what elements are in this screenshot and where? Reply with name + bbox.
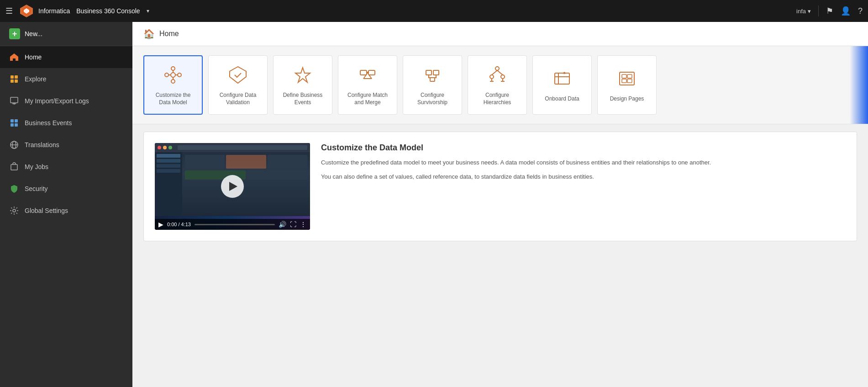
global-settings-icon bbox=[9, 206, 19, 216]
svg-point-19 bbox=[165, 73, 168, 77]
flag-icon[interactable]: ⚑ bbox=[826, 6, 833, 16]
video-controls: ▶ 0:00 / 4:13 🔊 ⛶ ⋮ bbox=[155, 219, 310, 230]
card-label-events: Define Business Events bbox=[279, 92, 326, 106]
translations-icon bbox=[9, 140, 19, 150]
svg-point-32 bbox=[490, 75, 494, 79]
user-name: infa bbox=[796, 8, 806, 15]
svg-point-16 bbox=[13, 209, 16, 212]
card-label-hierarchies: Configure Hierarchies bbox=[473, 92, 521, 106]
sidebar-item-business-events[interactable]: Business Events bbox=[0, 112, 132, 134]
brand-name: Informatica bbox=[38, 7, 70, 15]
home-breadcrumb-icon: 🏠 bbox=[143, 28, 155, 39]
sidebar: + New... Home Explore bbox=[0, 22, 132, 387]
svg-point-33 bbox=[501, 75, 505, 79]
svg-point-21 bbox=[171, 80, 175, 83]
video-time: 0:00 / 4:13 bbox=[167, 222, 191, 227]
card-configure-match-merge[interactable]: Configure Match and Merge bbox=[338, 55, 397, 115]
video-play-overlay[interactable] bbox=[155, 143, 310, 230]
sidebar-item-security[interactable]: Security bbox=[0, 178, 132, 200]
sidebar-item-import-export[interactable]: My Import/Export Logs bbox=[0, 90, 132, 112]
svg-rect-11 bbox=[15, 123, 18, 127]
import-export-icon bbox=[9, 96, 19, 106]
video-progress-bar[interactable] bbox=[195, 224, 275, 225]
svg-rect-44 bbox=[622, 74, 626, 78]
configure-survivorship-icon bbox=[421, 64, 443, 88]
svg-rect-46 bbox=[622, 79, 626, 83]
card-define-business-events[interactable]: Define Business Events bbox=[273, 55, 332, 115]
sidebar-item-explore[interactable]: Explore bbox=[0, 68, 132, 90]
sidebar-item-label-import: My Import/Export Logs bbox=[25, 97, 89, 105]
card-configure-hierarchies[interactable]: Configure Hierarchies bbox=[468, 55, 527, 115]
svg-rect-15 bbox=[11, 164, 17, 170]
svg-rect-45 bbox=[627, 74, 632, 78]
svg-rect-7 bbox=[11, 97, 18, 103]
main-layout: + New... Home Explore bbox=[0, 22, 868, 387]
card-design-pages[interactable]: Design Pages bbox=[597, 55, 657, 115]
volume-icon[interactable]: 🔊 bbox=[279, 221, 286, 228]
card-label-validation: Configure Data Validation bbox=[214, 92, 262, 106]
sidebar-item-label-jobs: My Jobs bbox=[25, 163, 48, 170]
card-label-match-merge: Configure Match and Merge bbox=[344, 92, 391, 106]
my-jobs-icon bbox=[9, 162, 19, 172]
configure-hierarchies-icon bbox=[486, 64, 508, 88]
configure-data-validation-icon bbox=[227, 64, 249, 88]
more-options-icon[interactable]: ⋮ bbox=[300, 221, 306, 228]
sidebar-item-my-jobs[interactable]: My Jobs bbox=[0, 156, 132, 178]
app-dropdown-icon[interactable]: ▾ bbox=[147, 8, 149, 14]
user-caret-icon: ▾ bbox=[808, 8, 811, 15]
onboard-data-icon bbox=[551, 68, 573, 92]
user-profile-icon[interactable]: 👤 bbox=[841, 6, 851, 16]
sidebar-item-label-security: Security bbox=[25, 185, 48, 192]
customize-data-model-icon bbox=[162, 64, 184, 88]
svg-rect-4 bbox=[15, 75, 18, 79]
svg-point-20 bbox=[178, 73, 181, 77]
security-icon bbox=[9, 184, 19, 194]
card-customize-data-model[interactable]: Customize the Data Model bbox=[143, 55, 203, 115]
topbar-divider bbox=[818, 5, 819, 16]
card-configure-survivorship[interactable]: Configure Survivorship bbox=[403, 55, 462, 115]
app-name: Business 360 Console bbox=[76, 7, 140, 15]
detail-video[interactable]: ▶ 0:00 / 4:13 🔊 ⛶ ⋮ bbox=[155, 143, 310, 230]
explore-icon bbox=[9, 74, 19, 84]
card-label-survivorship: Configure Survivorship bbox=[409, 92, 456, 106]
svg-rect-26 bbox=[360, 70, 367, 75]
page-header: 🏠 Home bbox=[132, 22, 868, 46]
user-account[interactable]: infa ▾ bbox=[796, 8, 811, 15]
informatica-logo bbox=[19, 4, 34, 18]
new-button[interactable]: + New... bbox=[0, 22, 132, 46]
fullscreen-icon[interactable]: ⛶ bbox=[290, 221, 296, 228]
detail-description-2: You can also define a set of values, cal… bbox=[321, 172, 846, 182]
svg-rect-3 bbox=[11, 75, 14, 79]
sidebar-item-label-translations: Translations bbox=[25, 141, 59, 148]
card-label-customize: Customize the Data Model bbox=[150, 92, 196, 106]
card-label-design: Design Pages bbox=[610, 95, 644, 103]
svg-rect-9 bbox=[15, 119, 18, 122]
new-label: New... bbox=[25, 30, 42, 37]
svg-rect-8 bbox=[11, 119, 14, 122]
svg-point-17 bbox=[171, 73, 175, 77]
page-title: Home bbox=[159, 30, 179, 38]
sidebar-item-global-settings[interactable]: Global Settings bbox=[0, 200, 132, 222]
card-onboard-data[interactable]: Onboard Data bbox=[532, 55, 592, 115]
play-pause-button[interactable]: ▶ bbox=[158, 221, 163, 228]
sidebar-item-label-explore: Explore bbox=[25, 75, 46, 83]
svg-rect-40 bbox=[555, 73, 569, 84]
svg-rect-28 bbox=[426, 70, 431, 75]
sidebar-item-label-settings: Global Settings bbox=[25, 207, 68, 214]
card-configure-data-validation[interactable]: Configure Data Validation bbox=[208, 55, 268, 115]
configure-match-merge-icon bbox=[357, 64, 379, 88]
sidebar-item-label-home: Home bbox=[25, 53, 42, 61]
sidebar-item-translations[interactable]: Translations bbox=[0, 134, 132, 156]
video-play-button[interactable] bbox=[221, 175, 244, 198]
svg-line-34 bbox=[492, 70, 497, 75]
new-plus-icon: + bbox=[9, 28, 20, 39]
sidebar-item-label-events: Business Events bbox=[25, 119, 72, 127]
main-content: 🏠 Home bbox=[132, 22, 868, 387]
svg-rect-10 bbox=[11, 123, 14, 127]
help-icon[interactable]: ? bbox=[858, 6, 863, 16]
hamburger-menu-icon[interactable]: ☰ bbox=[5, 6, 13, 16]
topbar: ☰ Informatica Business 360 Console ▾ inf… bbox=[0, 0, 868, 22]
sidebar-item-home[interactable]: Home bbox=[0, 46, 132, 68]
svg-rect-30 bbox=[430, 78, 435, 81]
detail-title: Customize the Data Model bbox=[321, 143, 846, 153]
